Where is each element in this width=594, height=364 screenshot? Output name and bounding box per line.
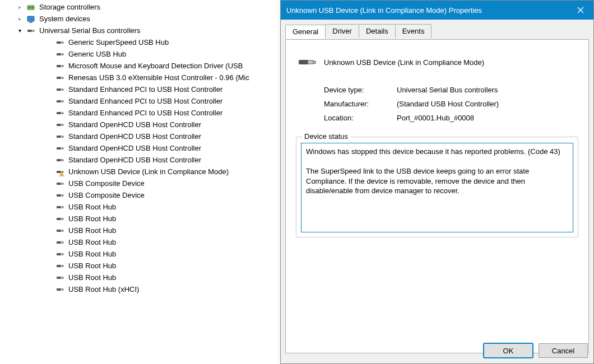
tree-item-label: Unknown USB Device (Link in Compliance M… [68,166,229,178]
manufacturer-label: Manufacturer: [324,100,397,108]
svg-rect-26 [61,88,63,90]
tree-item-label: USB Root Hub (xHCI) [68,283,139,295]
usb-icon [55,155,65,165]
svg-rect-84 [61,253,63,255]
svg-rect-44 [63,137,64,137]
usb-icon [55,38,65,48]
device-status-text[interactable]: Windows has stopped this device because … [301,143,573,232]
ok-button[interactable]: OK [484,343,533,358]
usb-icon [55,190,65,200]
svg-rect-86 [63,254,64,255]
chevron-right-icon[interactable]: ▸ [16,13,24,25]
usb-icon [55,85,65,95]
svg-rect-0 [27,6,34,10]
usb-warn-icon: ! [55,167,65,177]
usb-icon [55,120,65,130]
dialog-titlebar[interactable]: Unknown USB Device (Link in Compliance M… [281,1,593,20]
tree-item-label: USB Composite Device [68,189,145,201]
tab-events[interactable]: Events [395,24,432,38]
svg-rect-94 [63,278,64,278]
tree-item-label: Renesas USB 3.0 eXtensible Host Controll… [68,72,249,83]
svg-rect-1 [29,7,30,8]
svg-rect-56 [63,172,64,172]
svg-rect-50 [61,159,63,161]
location-label: Location: [324,114,397,122]
svg-rect-14 [61,53,63,55]
svg-rect-52 [63,160,64,161]
svg-rect-22 [61,77,63,78]
cancel-button[interactable]: Cancel [539,343,588,358]
tab-details[interactable]: Details [359,24,396,38]
svg-rect-38 [61,124,63,125]
svg-rect-18 [61,65,63,67]
svg-rect-92 [61,277,63,278]
svg-rect-101 [313,61,316,62]
svg-rect-51 [63,160,64,160]
svg-rect-100 [308,60,313,64]
usb-icon [55,143,65,153]
tree-item-label: Generic SuperSpeed USB Hub [68,36,169,48]
svg-rect-34 [61,112,63,114]
svg-rect-35 [63,113,64,113]
usb-icon [55,108,65,118]
svg-rect-30 [61,100,63,102]
usb-icon [55,284,65,295]
svg-rect-62 [63,184,64,184]
svg-rect-60 [61,183,63,184]
usb-icon [26,26,36,36]
svg-rect-15 [63,54,64,54]
usb-icon [55,226,65,236]
close-icon [577,7,584,13]
usb-icon [55,49,65,59]
svg-rect-66 [63,195,64,196]
tree-category-label: Universal Serial Bus controllers [39,25,141,36]
svg-rect-89 [63,265,64,266]
chevron-down-icon[interactable]: ▾ [16,25,24,36]
svg-rect-78 [63,231,64,231]
tree-item-label: Standard Enhanced PCI to USB Host Contro… [68,83,222,95]
controller-icon [26,2,36,12]
tree-item-label: Standard OpenHCD USB Host Controller [68,130,201,142]
svg-rect-70 [63,207,64,208]
svg-rect-16 [63,54,64,55]
svg-rect-48 [63,148,64,149]
dialog-title: Unknown USB Device (Link in Compliance M… [286,6,568,15]
close-button[interactable] [568,1,593,20]
svg-rect-43 [63,136,64,137]
svg-rect-11 [63,42,64,43]
svg-rect-40 [63,125,64,125]
svg-rect-31 [63,101,64,101]
usb-icon [55,96,65,106]
svg-rect-39 [63,124,64,125]
svg-rect-93 [63,277,64,278]
usb-icon [55,273,65,283]
tree-item-label: Generic USB Hub [68,48,126,60]
svg-rect-74 [63,219,64,220]
tree-item-label: USB Root Hub [68,213,116,225]
svg-rect-85 [63,254,64,254]
svg-rect-28 [63,90,64,90]
svg-rect-68 [61,206,63,208]
svg-rect-32 [63,101,64,102]
tab-strip: GeneralDriverDetailsEvents [285,24,589,40]
svg-rect-72 [61,218,63,220]
svg-rect-55 [63,171,64,172]
tree-category-label: Storage controllers [39,1,100,13]
tree-item-label: USB Root Hub [68,236,116,248]
chevron-right-icon[interactable]: ▸ [16,1,24,13]
tab-general[interactable]: General [285,25,326,39]
usb-icon [55,202,65,212]
svg-rect-65 [63,195,64,195]
svg-rect-10 [61,41,63,43]
svg-rect-42 [61,136,63,137]
svg-rect-27 [63,89,64,90]
device-properties-dialog: Unknown USB Device (Link in Compliance M… [280,0,594,364]
usb-icon [55,179,65,189]
tab-general-panel: Unknown USB Device (Link in Compliance M… [285,40,589,353]
svg-rect-99 [299,60,309,64]
tab-driver[interactable]: Driver [325,24,359,38]
svg-rect-76 [61,230,63,231]
svg-rect-61 [63,183,64,184]
svg-rect-80 [61,241,63,243]
manufacturer-value: (Standard USB Host Controller) [397,100,499,108]
